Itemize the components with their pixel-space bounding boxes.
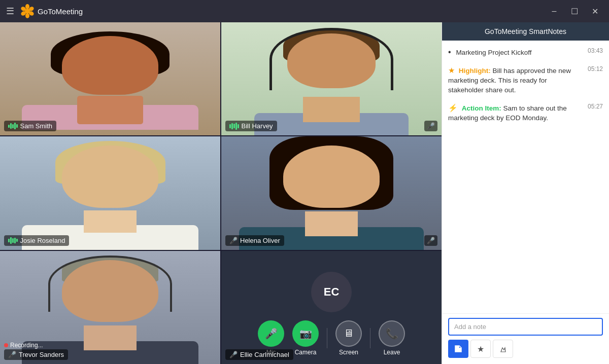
note-time-2: 05:12 (588, 65, 603, 72)
wave-bar (8, 125, 10, 128)
main-content: Sam Smith Bill Harvey (0, 22, 609, 364)
wave-bar (16, 124, 18, 128)
wave-bar (8, 239, 10, 242)
note-type-action-button[interactable] (493, 340, 513, 358)
mute-indicator-bill: 🎤 (424, 121, 437, 131)
wave-bar (10, 237, 12, 244)
wave-bar (12, 124, 14, 128)
close-button[interactable]: ✕ (587, 3, 603, 19)
note-item-3: ⚡ Action Item: Sam to share out the mark… (448, 102, 603, 123)
logo-icon (20, 4, 35, 18)
video-cell-bill: Bill Harvey 🎤 (221, 22, 442, 135)
note-item-1: • Marketing Project Kickoff 03:43 (448, 47, 603, 58)
camera-button[interactable]: 📷 Camera (292, 320, 319, 356)
svg-point-1 (25, 4, 29, 9)
star-icon: ★ (448, 66, 455, 75)
helena-neck (305, 211, 358, 236)
wave-bar (14, 238, 16, 243)
participant-name-sam: Sam Smith (20, 122, 53, 130)
note-add-section: ★ (442, 313, 609, 364)
smartnotes-panel: GoToMeeting SmartNotes • Marketing Proje… (442, 22, 609, 364)
recording-dot (4, 343, 8, 347)
bill-neck (303, 97, 360, 122)
participant-label-josie: Josie Roseland (4, 235, 69, 246)
mic-icon-ellie: 🎤 (229, 351, 238, 358)
participant-name-bill: Bill Harvey (242, 122, 273, 130)
video-sam-bg (0, 22, 220, 135)
video-bill-bg (221, 22, 442, 135)
wave-bar (16, 239, 18, 242)
note-content-2: ★ Highlight: Bill has approved the new m… (448, 65, 584, 95)
josie-head (62, 145, 159, 208)
video-cell-josie: Josie Roseland (0, 136, 220, 249)
titlebar-right: – ☐ ✕ (546, 3, 603, 19)
note-time-1: 03:43 (588, 47, 603, 54)
wave-bar (10, 123, 12, 129)
helena-head (283, 145, 380, 208)
participant-label-sam: Sam Smith (4, 121, 56, 131)
smartnotes-title: GoToMeeting SmartNotes (485, 27, 566, 35)
wave-bar (235, 123, 237, 130)
bullet-icon: • (448, 48, 451, 56)
camera-button-circle[interactable]: 📷 (292, 320, 319, 347)
leave-button[interactable]: 📞 Leave (379, 320, 405, 356)
participant-label-bill: Bill Harvey (225, 121, 277, 131)
video-helena-bg (221, 136, 442, 249)
participant-name-trevor: Trevor Sanders (19, 351, 64, 358)
logo: GoToMeeting (20, 4, 83, 18)
audio-wave-josie (8, 237, 18, 244)
bill-headphones (269, 28, 393, 90)
wave-bar (231, 123, 233, 129)
note-type-note-button[interactable] (448, 340, 468, 358)
participant-label-ellie: 🎤 Ellie Carlmichael (225, 349, 293, 360)
video-grid: Sam Smith Bill Harvey (0, 22, 442, 364)
participant-label-trevor: 🎤 Trevor Sanders (4, 349, 68, 360)
smartnotes-header: GoToMeeting SmartNotes (442, 22, 609, 41)
note-content-1: • Marketing Project Kickoff (448, 47, 584, 58)
note-time-3: 05:27 (588, 103, 603, 110)
leave-label: Leave (384, 349, 400, 356)
sam-head (62, 36, 159, 95)
ellie-avatar: EC (311, 272, 352, 312)
highlight-prefix: Highlight: (459, 67, 491, 75)
note-text-1: Marketing Project Kickoff (456, 49, 531, 56)
participant-label-helena: 🎤 Helena Oliver (225, 235, 284, 246)
action-icon: ⚡ (448, 103, 458, 112)
sam-neck (77, 96, 143, 124)
note-type-highlight-button[interactable]: ★ (470, 340, 491, 358)
note-content-3: ⚡ Action Item: Sam to share out the mark… (448, 102, 584, 123)
screen-label: Screen (339, 349, 358, 356)
video-cell-ellie: EC 🎤 Mic 📷 Camera 🖥 Screen 📞 (221, 251, 442, 364)
svg-point-4 (25, 13, 29, 18)
mic-button-circle[interactable]: 🎤 (258, 320, 284, 347)
wave-bar (233, 124, 235, 128)
participant-name-josie: Josie Roseland (20, 237, 65, 244)
recording-badge: Recording... (4, 342, 43, 349)
wave-bar (238, 124, 239, 128)
trevor-headset (48, 256, 172, 312)
wave-bar (12, 238, 14, 243)
smartnotes-body: • Marketing Project Kickoff 03:43 ★ High… (442, 41, 609, 313)
controls-divider (327, 328, 327, 348)
muted-icon-helena: 🎤 (229, 237, 238, 244)
note-input[interactable] (448, 318, 603, 336)
leave-button-circle[interactable]: 📞 (379, 320, 405, 347)
menu-icon[interactable]: ☰ (6, 6, 14, 17)
audio-wave-bill (229, 123, 239, 130)
minimize-button[interactable]: – (546, 3, 562, 19)
video-cell-helena: 🎤 Helena Oliver 🎤 (221, 136, 442, 249)
screen-button-circle[interactable]: 🖥 (335, 320, 362, 347)
josie-neck (84, 210, 137, 233)
video-josie-bg (0, 136, 220, 249)
mute-indicator-helena: 🎤 (424, 235, 437, 246)
screen-button[interactable]: 🖥 Screen (335, 320, 362, 356)
video-cell-sam: Sam Smith (0, 22, 220, 135)
participant-name-ellie: Ellie Carlmichael (240, 351, 289, 358)
wave-bar (14, 123, 16, 129)
titlebar-left: ☰ GoToMeeting (6, 4, 83, 18)
trevor-neck (84, 325, 137, 350)
action-prefix: Action Item: (462, 104, 501, 112)
maximize-button[interactable]: ☐ (566, 3, 583, 19)
participant-name-helena: Helena Oliver (240, 237, 280, 244)
muted-icon-trevor: 🎤 (8, 351, 16, 358)
